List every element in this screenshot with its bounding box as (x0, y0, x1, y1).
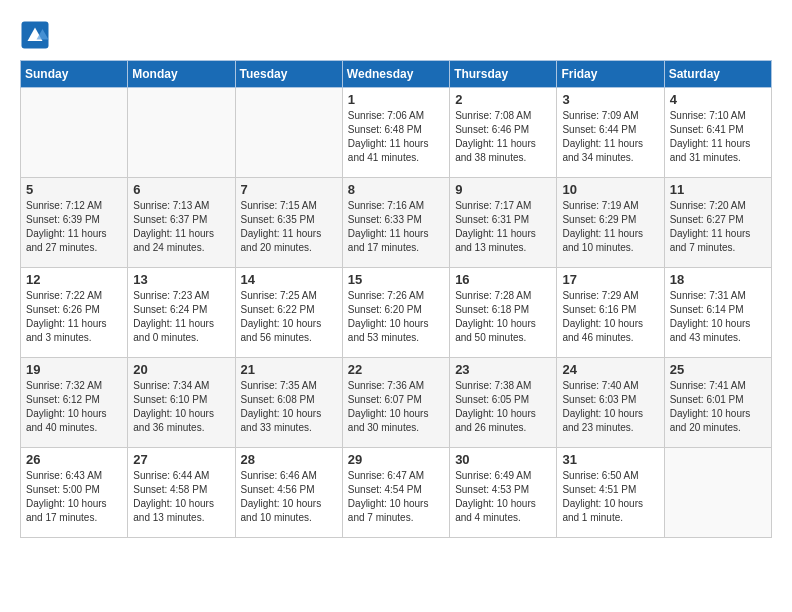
day-content: Sunrise: 6:44 AM Sunset: 4:58 PM Dayligh… (133, 469, 229, 525)
day-number: 15 (348, 272, 444, 287)
day-content: Sunrise: 7:23 AM Sunset: 6:24 PM Dayligh… (133, 289, 229, 345)
calendar-cell: 7Sunrise: 7:15 AM Sunset: 6:35 PM Daylig… (235, 178, 342, 268)
calendar-cell: 26Sunrise: 6:43 AM Sunset: 5:00 PM Dayli… (21, 448, 128, 538)
day-content: Sunrise: 7:32 AM Sunset: 6:12 PM Dayligh… (26, 379, 122, 435)
day-content: Sunrise: 7:16 AM Sunset: 6:33 PM Dayligh… (348, 199, 444, 255)
page-header (20, 20, 772, 50)
calendar-header: SundayMondayTuesdayWednesdayThursdayFrid… (21, 61, 772, 88)
day-content: Sunrise: 7:20 AM Sunset: 6:27 PM Dayligh… (670, 199, 766, 255)
calendar-body: 1Sunrise: 7:06 AM Sunset: 6:48 PM Daylig… (21, 88, 772, 538)
day-content: Sunrise: 7:09 AM Sunset: 6:44 PM Dayligh… (562, 109, 658, 165)
calendar-cell (128, 88, 235, 178)
calendar-cell: 12Sunrise: 7:22 AM Sunset: 6:26 PM Dayli… (21, 268, 128, 358)
calendar-cell: 27Sunrise: 6:44 AM Sunset: 4:58 PM Dayli… (128, 448, 235, 538)
day-header-wednesday: Wednesday (342, 61, 449, 88)
day-number: 22 (348, 362, 444, 377)
day-content: Sunrise: 7:06 AM Sunset: 6:48 PM Dayligh… (348, 109, 444, 165)
calendar-table: SundayMondayTuesdayWednesdayThursdayFrid… (20, 60, 772, 538)
calendar-cell: 9Sunrise: 7:17 AM Sunset: 6:31 PM Daylig… (450, 178, 557, 268)
day-content: Sunrise: 7:12 AM Sunset: 6:39 PM Dayligh… (26, 199, 122, 255)
day-header-tuesday: Tuesday (235, 61, 342, 88)
day-content: Sunrise: 7:08 AM Sunset: 6:46 PM Dayligh… (455, 109, 551, 165)
day-number: 11 (670, 182, 766, 197)
calendar-cell: 25Sunrise: 7:41 AM Sunset: 6:01 PM Dayli… (664, 358, 771, 448)
calendar-cell: 8Sunrise: 7:16 AM Sunset: 6:33 PM Daylig… (342, 178, 449, 268)
day-content: Sunrise: 7:40 AM Sunset: 6:03 PM Dayligh… (562, 379, 658, 435)
day-number: 3 (562, 92, 658, 107)
calendar-cell: 21Sunrise: 7:35 AM Sunset: 6:08 PM Dayli… (235, 358, 342, 448)
calendar-cell: 29Sunrise: 6:47 AM Sunset: 4:54 PM Dayli… (342, 448, 449, 538)
calendar-cell: 30Sunrise: 6:49 AM Sunset: 4:53 PM Dayli… (450, 448, 557, 538)
day-content: Sunrise: 7:10 AM Sunset: 6:41 PM Dayligh… (670, 109, 766, 165)
day-content: Sunrise: 6:49 AM Sunset: 4:53 PM Dayligh… (455, 469, 551, 525)
calendar-cell: 16Sunrise: 7:28 AM Sunset: 6:18 PM Dayli… (450, 268, 557, 358)
day-content: Sunrise: 6:47 AM Sunset: 4:54 PM Dayligh… (348, 469, 444, 525)
week-row-0: 1Sunrise: 7:06 AM Sunset: 6:48 PM Daylig… (21, 88, 772, 178)
calendar-cell: 1Sunrise: 7:06 AM Sunset: 6:48 PM Daylig… (342, 88, 449, 178)
day-header-thursday: Thursday (450, 61, 557, 88)
day-number: 29 (348, 452, 444, 467)
day-number: 26 (26, 452, 122, 467)
day-number: 5 (26, 182, 122, 197)
day-content: Sunrise: 7:25 AM Sunset: 6:22 PM Dayligh… (241, 289, 337, 345)
calendar-cell: 23Sunrise: 7:38 AM Sunset: 6:05 PM Dayli… (450, 358, 557, 448)
logo (20, 20, 54, 50)
day-number: 28 (241, 452, 337, 467)
day-content: Sunrise: 7:22 AM Sunset: 6:26 PM Dayligh… (26, 289, 122, 345)
calendar-cell: 2Sunrise: 7:08 AM Sunset: 6:46 PM Daylig… (450, 88, 557, 178)
calendar-cell: 13Sunrise: 7:23 AM Sunset: 6:24 PM Dayli… (128, 268, 235, 358)
calendar-cell: 24Sunrise: 7:40 AM Sunset: 6:03 PM Dayli… (557, 358, 664, 448)
calendar-cell: 3Sunrise: 7:09 AM Sunset: 6:44 PM Daylig… (557, 88, 664, 178)
day-content: Sunrise: 7:31 AM Sunset: 6:14 PM Dayligh… (670, 289, 766, 345)
week-row-2: 12Sunrise: 7:22 AM Sunset: 6:26 PM Dayli… (21, 268, 772, 358)
calendar-cell: 18Sunrise: 7:31 AM Sunset: 6:14 PM Dayli… (664, 268, 771, 358)
day-content: Sunrise: 7:29 AM Sunset: 6:16 PM Dayligh… (562, 289, 658, 345)
day-content: Sunrise: 7:41 AM Sunset: 6:01 PM Dayligh… (670, 379, 766, 435)
day-content: Sunrise: 6:46 AM Sunset: 4:56 PM Dayligh… (241, 469, 337, 525)
days-row: SundayMondayTuesdayWednesdayThursdayFrid… (21, 61, 772, 88)
day-number: 19 (26, 362, 122, 377)
calendar-cell: 6Sunrise: 7:13 AM Sunset: 6:37 PM Daylig… (128, 178, 235, 268)
day-content: Sunrise: 7:28 AM Sunset: 6:18 PM Dayligh… (455, 289, 551, 345)
calendar-cell: 28Sunrise: 6:46 AM Sunset: 4:56 PM Dayli… (235, 448, 342, 538)
day-number: 10 (562, 182, 658, 197)
day-header-sunday: Sunday (21, 61, 128, 88)
day-content: Sunrise: 7:26 AM Sunset: 6:20 PM Dayligh… (348, 289, 444, 345)
day-content: Sunrise: 7:34 AM Sunset: 6:10 PM Dayligh… (133, 379, 229, 435)
day-content: Sunrise: 7:13 AM Sunset: 6:37 PM Dayligh… (133, 199, 229, 255)
day-content: Sunrise: 7:36 AM Sunset: 6:07 PM Dayligh… (348, 379, 444, 435)
day-number: 7 (241, 182, 337, 197)
day-number: 1 (348, 92, 444, 107)
day-content: Sunrise: 6:43 AM Sunset: 5:00 PM Dayligh… (26, 469, 122, 525)
calendar-cell: 19Sunrise: 7:32 AM Sunset: 6:12 PM Dayli… (21, 358, 128, 448)
calendar-cell (235, 88, 342, 178)
day-number: 6 (133, 182, 229, 197)
calendar-cell: 14Sunrise: 7:25 AM Sunset: 6:22 PM Dayli… (235, 268, 342, 358)
day-number: 2 (455, 92, 551, 107)
calendar-cell: 31Sunrise: 6:50 AM Sunset: 4:51 PM Dayli… (557, 448, 664, 538)
calendar-cell: 4Sunrise: 7:10 AM Sunset: 6:41 PM Daylig… (664, 88, 771, 178)
calendar-cell: 20Sunrise: 7:34 AM Sunset: 6:10 PM Dayli… (128, 358, 235, 448)
day-header-monday: Monday (128, 61, 235, 88)
day-content: Sunrise: 6:50 AM Sunset: 4:51 PM Dayligh… (562, 469, 658, 525)
calendar-cell (21, 88, 128, 178)
day-content: Sunrise: 7:38 AM Sunset: 6:05 PM Dayligh… (455, 379, 551, 435)
calendar-cell (664, 448, 771, 538)
day-content: Sunrise: 7:15 AM Sunset: 6:35 PM Dayligh… (241, 199, 337, 255)
day-number: 14 (241, 272, 337, 287)
day-number: 9 (455, 182, 551, 197)
day-header-saturday: Saturday (664, 61, 771, 88)
week-row-4: 26Sunrise: 6:43 AM Sunset: 5:00 PM Dayli… (21, 448, 772, 538)
week-row-1: 5Sunrise: 7:12 AM Sunset: 6:39 PM Daylig… (21, 178, 772, 268)
logo-icon (20, 20, 50, 50)
day-number: 27 (133, 452, 229, 467)
day-content: Sunrise: 7:19 AM Sunset: 6:29 PM Dayligh… (562, 199, 658, 255)
day-number: 13 (133, 272, 229, 287)
day-number: 8 (348, 182, 444, 197)
day-number: 16 (455, 272, 551, 287)
day-number: 21 (241, 362, 337, 377)
day-header-friday: Friday (557, 61, 664, 88)
day-content: Sunrise: 7:35 AM Sunset: 6:08 PM Dayligh… (241, 379, 337, 435)
calendar-cell: 5Sunrise: 7:12 AM Sunset: 6:39 PM Daylig… (21, 178, 128, 268)
calendar-cell: 11Sunrise: 7:20 AM Sunset: 6:27 PM Dayli… (664, 178, 771, 268)
